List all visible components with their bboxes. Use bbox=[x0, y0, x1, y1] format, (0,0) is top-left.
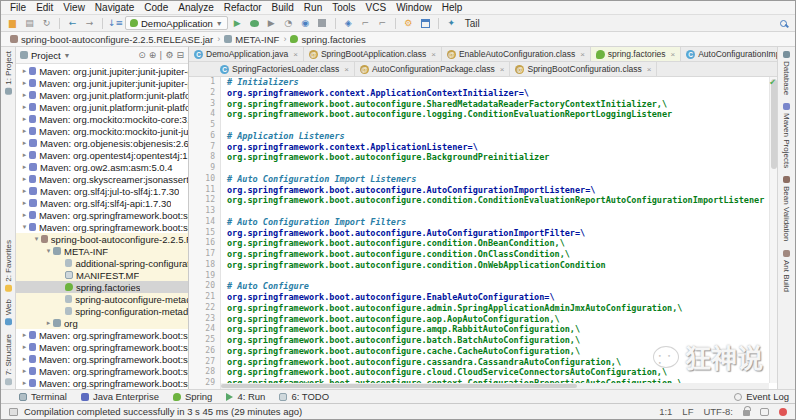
menu-view[interactable]: View bbox=[58, 2, 90, 13]
tool-button-web[interactable]: Web bbox=[4, 295, 13, 329]
save-all-icon[interactable]: ▤ bbox=[22, 17, 37, 30]
line-number[interactable]: 3 bbox=[189, 99, 215, 110]
chevron-right-icon[interactable]: ▸ bbox=[20, 187, 29, 195]
line-number[interactable]: 2 bbox=[189, 88, 215, 99]
menu-tools[interactable]: Tools bbox=[327, 2, 360, 13]
editor[interactable]: 1234567891011121314151617181920212223242… bbox=[189, 77, 777, 389]
tree-item-spring-boot-autoconfigure-2-2-5-rele[interactable]: ▾spring-boot-autoconfigure-2.2.5.RELE bbox=[16, 233, 188, 245]
tree-item-maven-org-springframework-boot-spring-[interactable]: ▸Maven: org.springframework.boot:spring- bbox=[16, 353, 188, 365]
code-line-11[interactable]: org.springframework.boot.autoconfigure.A… bbox=[227, 185, 777, 196]
code-line-4[interactable]: org.springframework.boot.autoconfigure.l… bbox=[227, 109, 777, 120]
code-line-10[interactable]: # Auto Configuration Import Listeners bbox=[227, 174, 777, 185]
chevron-right-icon[interactable]: ▸ bbox=[20, 331, 29, 339]
chevron-right-icon[interactable]: ▸ bbox=[20, 211, 29, 219]
code-line-2[interactable]: org.springframework.context.ApplicationC… bbox=[227, 88, 777, 99]
code-line-27[interactable]: org.springframework.boot.autoconfigure.c… bbox=[227, 357, 777, 368]
close-icon[interactable]: × bbox=[500, 65, 505, 74]
tree-item-maven-org-junit-jupiter-junit-jupiter-en[interactable]: ▸Maven: org.junit.jupiter:junit-jupiter-… bbox=[16, 65, 188, 77]
code-line-16[interactable]: org.springframework.boot.autoconfigure.c… bbox=[227, 238, 777, 249]
tree-item-maven-org-mockito-mockito-junit-jupiter[interactable]: ▸Maven: org.mockito:mockito-junit-jupite… bbox=[16, 125, 188, 137]
console-left-icon[interactable]: ⌐ bbox=[358, 17, 373, 30]
inspections-ok-icon[interactable]: ✔ bbox=[769, 78, 776, 87]
code-line-28[interactable]: org.springframework.boot.autoconfigure.c… bbox=[227, 367, 777, 378]
code-line-17[interactable]: org.springframework.boot.autoconfigure.c… bbox=[227, 249, 777, 260]
tab-springfactoriesloader-class[interactable]: CSpringFactoriesLoader.class× bbox=[215, 62, 355, 76]
read-only-lock-icon[interactable] bbox=[743, 410, 750, 416]
line-number[interactable]: 17 bbox=[189, 249, 215, 260]
tree-item-maven-org-ow2-asm-asm-5-0-4[interactable]: ▸Maven: org.ow2.asm:asm:5.0.4 bbox=[16, 161, 188, 173]
line-number[interactable]: 13 bbox=[189, 206, 215, 217]
open-icon[interactable]: ▆ bbox=[5, 17, 20, 30]
tool-button-database[interactable]: Database bbox=[782, 47, 791, 99]
editor-vertical-scrollbar[interactable] bbox=[769, 77, 777, 383]
close-icon[interactable]: × bbox=[647, 65, 652, 74]
menu-analyze[interactable]: Analyze bbox=[173, 2, 219, 13]
toolwindow-javaee-button[interactable]: Java Enterprise bbox=[81, 391, 159, 402]
debug-icon[interactable] bbox=[247, 17, 262, 30]
tree-item-additional-spring-configuratio[interactable]: additional-spring-configuratio bbox=[16, 257, 188, 269]
line-number[interactable]: 22 bbox=[189, 303, 215, 314]
tail-plugin-label[interactable]: Tail bbox=[465, 18, 480, 29]
chevron-right-icon[interactable]: ▸ bbox=[20, 175, 29, 183]
line-number[interactable]: 10 bbox=[189, 174, 215, 185]
tab-springbootconfiguration-class[interactable]: @SpringBootConfiguration.class× bbox=[510, 62, 657, 76]
menu-edit[interactable]: Edit bbox=[31, 2, 58, 13]
back-icon[interactable]: ← bbox=[65, 17, 80, 30]
tree-item-maven-org-slf4j-slf4j-api-1-7-30[interactable]: ▸Maven: org.slf4j:slf4j-api:1.7.30 bbox=[16, 197, 188, 209]
line-number[interactable]: 29 bbox=[189, 378, 215, 389]
code-line-22[interactable]: org.springframework.boot.autoconfigure.a… bbox=[227, 303, 777, 314]
line-number[interactable]: 9 bbox=[189, 163, 215, 174]
tree-item-maven-org-junit-platform-junit-platform-[interactable]: ▸Maven: org.junit.platform:junit-platfor… bbox=[16, 89, 188, 101]
run-configuration-selector[interactable]: DemoApplication ▼ bbox=[125, 16, 228, 30]
tab-spring-factories[interactable]: spring.factories× bbox=[591, 47, 681, 61]
tab-springbootapplication-class[interactable]: @SpringBootApplication.class× bbox=[304, 47, 442, 61]
code-line-12[interactable]: org.springframework.boot.autoconfigure.c… bbox=[227, 195, 777, 206]
tab-enableautoconfiguration-class[interactable]: @EnableAutoConfiguration.class× bbox=[442, 47, 591, 61]
tree-item-maven-org-springframework-boot-spring-[interactable]: ▸Maven: org.springframework.boot:spring- bbox=[16, 377, 188, 389]
chevron-down-icon[interactable]: ▾ bbox=[44, 247, 53, 255]
line-number[interactable]: 6 bbox=[189, 131, 215, 142]
chevron-right-icon[interactable]: ▸ bbox=[20, 343, 29, 351]
code-line-1[interactable]: # Initializers bbox=[227, 77, 777, 88]
line-number[interactable]: 21 bbox=[189, 292, 215, 303]
menu-navigate[interactable]: Navigate bbox=[90, 2, 139, 13]
tab-autoconfigurationimportselector-class[interactable]: CAutoConfigurationImportSelector.class× bbox=[681, 47, 777, 61]
console-right-icon[interactable]: ⌐ bbox=[375, 17, 390, 30]
chevron-right-icon[interactable]: ▸ bbox=[44, 319, 53, 327]
chevron-down-icon[interactable]: ▾ bbox=[32, 235, 41, 243]
tree-item-meta-inf[interactable]: ▾META-INF bbox=[16, 245, 188, 257]
tree-item-maven-org-skyscreamer-jsonassert-1-5-0[interactable]: ▸Maven: org.skyscreamer:jsonassert:1.5.0 bbox=[16, 173, 188, 185]
chevron-right-icon[interactable]: ▸ bbox=[20, 115, 29, 123]
chevron-right-icon[interactable]: ▸ bbox=[20, 127, 29, 135]
tree-item-maven-org-opentest4j-opentest4j-1-2-0[interactable]: ▸Maven: org.opentest4j:opentest4j:1.2.0 bbox=[16, 149, 188, 161]
coverage-shield-icon[interactable]: ◈ bbox=[341, 17, 356, 30]
tree-item-spring-autoconfigure-metadat[interactable]: spring-autoconfigure-metadat bbox=[16, 293, 188, 305]
tree-item-maven-org-springframework-boot-spring-[interactable]: ▸Maven: org.springframework.boot:spring- bbox=[16, 209, 188, 221]
tree-item-spring-factories[interactable]: spring.factories bbox=[16, 281, 188, 293]
code-line-13[interactable] bbox=[227, 206, 777, 217]
menu-help[interactable]: Help bbox=[437, 2, 468, 13]
hide-panel-icon[interactable]: ⊟ bbox=[176, 50, 184, 60]
tab-autoconfigurationpackage-class[interactable]: @AutoConfigurationPackage.class× bbox=[355, 62, 511, 76]
menu-refactor[interactable]: Refactor bbox=[219, 2, 267, 13]
close-icon[interactable]: × bbox=[344, 65, 349, 74]
notifications-icon[interactable] bbox=[779, 408, 787, 416]
forward-icon[interactable]: → bbox=[82, 17, 97, 30]
code-line-18[interactable]: org.springframework.boot.autoconfigure.c… bbox=[227, 260, 777, 271]
line-number[interactable]: 19 bbox=[189, 271, 215, 282]
tree-item-maven-org-springframework-boot-spring-[interactable]: ▸Maven: org.springframework.boot:spring- bbox=[16, 341, 188, 353]
line-number[interactable]: 25 bbox=[189, 335, 215, 346]
menu-build[interactable]: Build bbox=[267, 2, 299, 13]
tree-item-spring-configuration-metadata[interactable]: spring-configuration-metadata bbox=[16, 305, 188, 317]
breadcrumb-item[interactable]: spring.factories bbox=[287, 34, 368, 45]
settings-sync-icon[interactable]: ⚙ bbox=[401, 17, 416, 30]
code-line-19[interactable] bbox=[227, 271, 777, 282]
toolwindow-terminal-button[interactable]: Terminal bbox=[19, 391, 67, 402]
code-line-20[interactable]: # Auto Configure bbox=[227, 281, 777, 292]
chevron-right-icon[interactable]: ▸ bbox=[20, 79, 29, 87]
close-icon[interactable]: × bbox=[431, 50, 436, 59]
tree-item-manifest-mf[interactable]: MANIFEST.MF bbox=[16, 269, 188, 281]
tab-demoapplication-java[interactable]: CDemoApplication.java× bbox=[189, 47, 304, 61]
run-coverage-icon[interactable]: ▶ bbox=[264, 17, 279, 30]
menu-file[interactable]: File bbox=[5, 2, 31, 13]
